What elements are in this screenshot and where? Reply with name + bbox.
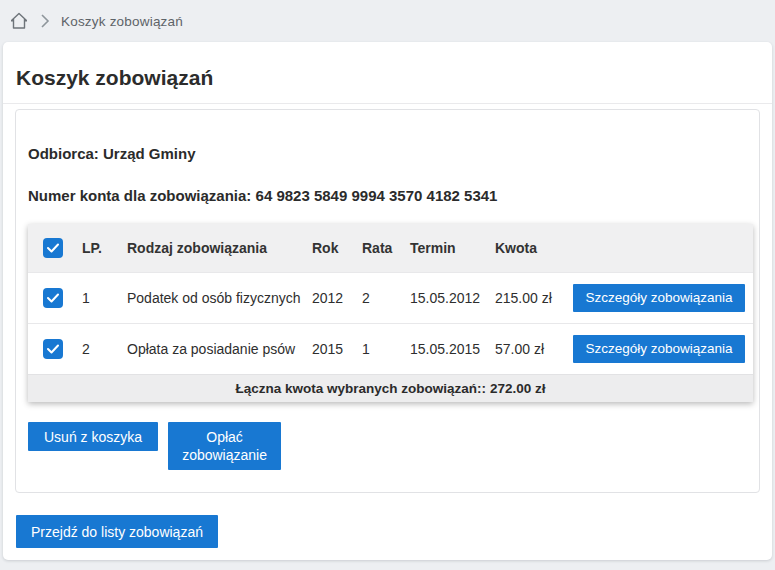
- go-to-obligation-list-button[interactable]: Przejdź do listy zobowiązań: [16, 515, 218, 548]
- column-header-actions: [569, 224, 753, 272]
- chevron-right-icon: [41, 14, 50, 28]
- home-icon[interactable]: [9, 11, 29, 31]
- recipient-line: Odbiorca: Urząd Gminy: [28, 146, 747, 162]
- cell-type: Opłata za posiadanie psów: [123, 323, 308, 374]
- cell-lp: 2: [78, 323, 123, 374]
- select-all-checkbox[interactable]: [43, 238, 63, 258]
- table-row: 1 Podatek od osób fizycznych 2012 2 15.0…: [28, 272, 753, 323]
- total-label: Łączna kwota wybranych zobowiązań::: [236, 381, 487, 396]
- cell-installment: 2: [358, 272, 406, 323]
- table-header-row: LP. Rodzaj zobowiązania Rok Rata Termin …: [28, 224, 753, 272]
- row-checkbox[interactable]: [43, 339, 63, 359]
- title-divider: [3, 103, 772, 104]
- breadcrumb: Koszyk zobowiązań: [0, 0, 775, 42]
- check-icon: [47, 344, 59, 354]
- cell-type: Podatek od osób fizycznych: [123, 272, 308, 323]
- details-button[interactable]: Szczegóły zobowiązania: [573, 284, 745, 312]
- basket-card: Odbiorca: Urząd Gminy Numer konta dla zo…: [15, 109, 760, 493]
- card-actions: Usuń z koszyka Opłać zobowiązanie: [28, 422, 747, 470]
- account-number-line: Numer konta dla zobowiązania: 64 9823 58…: [28, 188, 747, 204]
- cell-year: 2012: [308, 272, 358, 323]
- total-value: 272.00 zł: [490, 381, 546, 396]
- column-header-due-date: Termin: [406, 224, 491, 272]
- select-all-cell: [28, 224, 78, 272]
- remove-from-basket-button[interactable]: Usuń z koszyka: [28, 422, 158, 451]
- cell-lp: 1: [78, 272, 123, 323]
- obligations-table: LP. Rodzaj zobowiązania Rok Rata Termin …: [28, 224, 753, 402]
- cell-due-date: 15.05.2015: [406, 323, 491, 374]
- details-button[interactable]: Szczegóły zobowiązania: [573, 335, 745, 363]
- total-row: Łączna kwota wybranych zobowiązań:: 272.…: [28, 374, 753, 402]
- cell-installment: 1: [358, 323, 406, 374]
- column-header-lp: LP.: [78, 224, 123, 272]
- page-title: Koszyk zobowiązań: [3, 42, 772, 91]
- check-icon: [47, 293, 59, 303]
- cell-due-date: 15.05.2012: [406, 272, 491, 323]
- row-checkbox[interactable]: [43, 288, 63, 308]
- cell-amount: 57.00 zł: [491, 323, 569, 374]
- cell-amount: 215.00 zł: [491, 272, 569, 323]
- table-row: 2 Opłata za posiadanie psów 2015 1 15.05…: [28, 323, 753, 374]
- column-header-year: Rok: [308, 224, 358, 272]
- content-panel: Koszyk zobowiązań Odbiorca: Urząd Gminy …: [3, 42, 772, 560]
- cell-year: 2015: [308, 323, 358, 374]
- column-header-type: Rodzaj zobowiązania: [123, 224, 308, 272]
- column-header-amount: Kwota: [491, 224, 569, 272]
- check-icon: [47, 243, 59, 253]
- pay-obligation-button[interactable]: Opłać zobowiązanie: [168, 422, 281, 470]
- column-header-installment: Rata: [358, 224, 406, 272]
- breadcrumb-current: Koszyk zobowiązań: [61, 14, 183, 29]
